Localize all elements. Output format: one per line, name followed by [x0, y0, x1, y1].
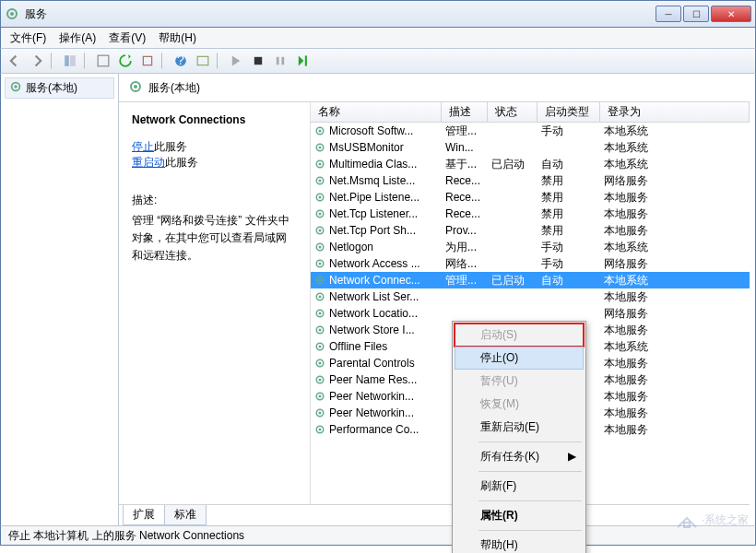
toolbar-separator [217, 53, 222, 69]
col-status[interactable]: 状态 [488, 102, 537, 122]
col-logon[interactable]: 登录为 [600, 102, 750, 122]
table-row[interactable]: MsUSBMonitorWin...本地系统 [311, 139, 750, 156]
maximize-button[interactable]: ☐ [683, 6, 709, 22]
menu-action[interactable]: 操作(A) [53, 29, 101, 48]
show-hide-tree-button[interactable] [60, 51, 80, 71]
restart-button[interactable] [292, 51, 313, 71]
help-button[interactable]: ? [171, 51, 191, 71]
ctx-separator [478, 530, 582, 531]
table-row[interactable]: Network Connec...管理...已启动自动本地系统 [311, 272, 750, 288]
selected-service-name: Network Connections [132, 113, 297, 126]
svg-point-14 [14, 85, 18, 88]
svg-point-16 [134, 85, 137, 88]
svg-rect-5 [143, 56, 151, 65]
svg-point-26 [319, 196, 322, 199]
menubar: 文件(F) 操作(A) 查看(V) 帮助(H) [0, 28, 756, 48]
ctx-properties[interactable]: 属性(R) [455, 504, 584, 527]
col-name[interactable]: 名称 [311, 102, 442, 122]
table-row[interactable]: Netlogon为用...手动本地系统 [311, 239, 750, 255]
gear-icon [9, 80, 22, 96]
ctx-stop[interactable]: 停止(O) [455, 347, 584, 370]
svg-point-40 [319, 312, 322, 315]
svg-point-1 [10, 12, 14, 16]
svg-point-20 [319, 147, 322, 149]
play-button[interactable] [226, 51, 246, 71]
right-pane-body: Network Connections 停止此服务 重启动此服务 描述: 管理 … [119, 101, 750, 505]
col-desc[interactable]: 描述 [442, 102, 488, 122]
close-button[interactable]: ✕ [711, 6, 751, 22]
table-row[interactable]: Network Access ...网络...手动网络服务 [311, 255, 750, 272]
svg-point-48 [319, 379, 322, 382]
tab-extended[interactable]: 扩展 [123, 505, 165, 525]
svg-point-52 [319, 412, 322, 415]
status-bar: 停止 本地计算机 上的服务 Network Connections [0, 525, 756, 546]
table-row[interactable]: Network Locatio...网络服务 [311, 305, 750, 322]
menu-file[interactable]: 文件(F) [5, 29, 52, 48]
svg-point-36 [319, 279, 322, 282]
svg-rect-10 [277, 57, 279, 65]
ctx-start[interactable]: 启动(S) [455, 324, 584, 347]
toolbar: ? [0, 48, 756, 74]
svg-rect-8 [197, 56, 208, 65]
table-row[interactable]: Multimedia Clas...基于...已启动自动本地系统 [311, 156, 750, 172]
toolbar-icon[interactable] [193, 51, 213, 71]
svg-point-44 [319, 346, 322, 348]
export-button[interactable] [137, 51, 158, 71]
titlebar: 服务 ─ ☐ ✕ [0, 0, 756, 28]
table-row[interactable]: Microsoft Softw...管理...手动本地系统 [311, 123, 750, 139]
table-row[interactable]: Net.Msmq Liste...Rece...禁用网络服务 [311, 172, 750, 189]
svg-point-34 [319, 263, 322, 265]
menu-view[interactable]: 查看(V) [103, 29, 151, 48]
minimize-button[interactable]: ─ [656, 6, 681, 22]
pause-button[interactable] [270, 51, 290, 71]
ctx-pause[interactable]: 暂停(U) [455, 370, 584, 393]
ctx-resume[interactable]: 恢复(M) [455, 393, 584, 416]
back-button[interactable] [5, 51, 25, 71]
toolbar-separator [161, 53, 167, 69]
ctx-separator [478, 500, 582, 501]
toolbar-separator [84, 53, 89, 69]
svg-point-24 [319, 180, 322, 182]
gear-icon [128, 79, 143, 97]
svg-point-54 [319, 429, 322, 431]
refresh-button[interactable] [115, 51, 136, 71]
chevron-right-icon: ▶ [568, 450, 576, 463]
menu-help[interactable]: 帮助(H) [153, 29, 202, 48]
right-pane-header: 服务(本地) [119, 74, 755, 101]
ctx-alltasks[interactable]: 所有任务(K)▶ [455, 445, 584, 468]
ctx-restart[interactable]: 重新启动(E) [455, 416, 584, 439]
svg-rect-9 [254, 57, 262, 65]
context-menu: 启动(S) 停止(O) 暂停(U) 恢复(M) 重新启动(E) 所有任务(K)▶… [452, 321, 586, 553]
tab-standard[interactable]: 标准 [164, 505, 207, 525]
table-row[interactable]: Net.Tcp Port Sh...Prov...禁用本地服务 [311, 222, 750, 239]
svg-rect-55 [684, 523, 690, 527]
svg-point-32 [319, 246, 322, 249]
table-row[interactable]: Net.Tcp Listener...Rece...禁用本地服务 [311, 206, 750, 222]
svg-point-30 [319, 229, 322, 232]
ctx-refresh[interactable]: 刷新(F) [455, 475, 584, 498]
forward-button[interactable] [27, 51, 47, 71]
right-pane: 服务(本地) Network Connections 停止此服务 重启动此服务 … [119, 74, 755, 525]
content-area: 服务(本地) 服务(本地) Network Connections 停止此服务 … [0, 74, 756, 525]
watermark: ·系统之家 [676, 511, 749, 529]
list-header: 名称 描述 状态 启动类型 登录为 [311, 102, 750, 123]
svg-rect-11 [281, 57, 284, 65]
ctx-help[interactable]: 帮助(H) [455, 534, 584, 553]
window-buttons: ─ ☐ ✕ [656, 6, 751, 22]
restart-service-link[interactable]: 重启动 [132, 156, 165, 169]
properties-button[interactable] [93, 51, 113, 71]
svg-point-18 [319, 130, 322, 133]
tree-root-services[interactable]: 服务(本地) [5, 77, 114, 99]
svg-point-46 [319, 362, 322, 365]
ctx-separator [478, 441, 582, 442]
view-tabs: 扩展 标准 [123, 505, 755, 525]
table-row[interactable]: Net.Pipe Listene...Rece...禁用本地服务 [311, 189, 750, 206]
table-row[interactable]: Network List Ser...本地服务 [311, 288, 750, 305]
status-text: 停止 本地计算机 上的服务 Network Connections [8, 528, 244, 544]
col-start[interactable]: 启动类型 [537, 102, 600, 122]
stop-service-link[interactable]: 停止 [132, 140, 154, 153]
description-label: 描述: [132, 193, 297, 208]
svg-rect-12 [305, 55, 307, 65]
stop-button[interactable] [248, 51, 268, 71]
svg-text:?: ? [177, 54, 184, 67]
